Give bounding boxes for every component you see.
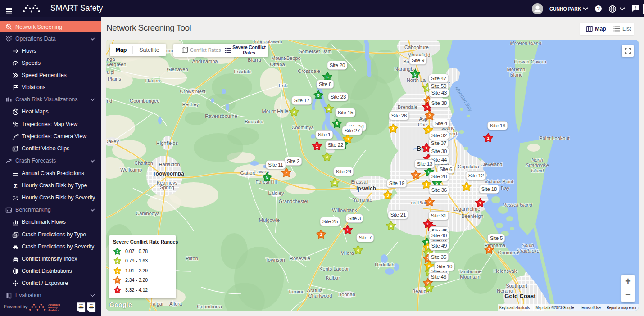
svg-text:Coominya: Coominya [291,125,314,130]
svg-text:2: 2 [488,248,490,252]
svg-text:Cambooya: Cambooya [136,211,160,216]
svg-text:Yamanto: Yamanto [353,197,372,203]
svg-text:Haden: Haden [145,78,160,83]
svg-text:Tarome: Tarome [288,289,305,294]
svg-text:Σ: Σ [14,182,17,189]
svg-text:Kalbar: Kalbar [326,275,340,280]
svg-text:Crossdale: Crossdale [298,68,320,74]
svg-text:5: 5 [117,250,118,253]
svg-text:5: 5 [336,122,338,126]
svg-text:North: North [531,157,543,163]
svg-text:Caboolture: Caboolture [404,45,429,50]
svg-text:Brassall: Brassall [351,179,368,185]
svg-text:Ravensbourne: Ravensbourne [205,113,237,119]
svg-text:Goombungee: Goombungee [130,98,160,104]
svg-text:nd: nd [107,98,112,104]
svg-text:3: 3 [392,126,394,131]
svg-text:Willowbank: Willowbank [332,208,357,213]
svg-text:4: 4 [390,224,392,228]
svg-text:Island: Island [531,168,544,173]
svg-text:Cowan Cowan: Cowan Cowan [514,59,546,64]
svg-text:Mount Beppo: Mount Beppo [271,55,300,61]
svg-text:Undullah: Undullah [375,262,394,267]
svg-text:aws: aws [90,304,94,306]
svg-text:4: 4 [333,181,336,185]
svg-text:Mountain: Mountain [460,274,480,280]
svg-text:Oakey: Oakey [106,139,119,144]
svg-text:Anduramba: Anduramba [192,59,218,64]
svg-text:Victoria Point: Victoria Point [485,179,514,184]
svg-text:Talgai: Talgai [150,301,163,307]
svg-text:1: 1 [479,201,481,205]
svg-text:Pilton: Pilton [186,256,198,261]
svg-text:Highfields: Highfields [156,140,178,146]
svg-text:Stradbroke: Stradbroke [526,163,549,168]
svg-text:Capalaba: Capalaba [458,164,479,169]
svg-text:Point Lookout: Point Lookout [539,135,569,141]
svg-text:1: 1 [487,136,489,140]
svg-text:Allora: Allora [169,301,182,307]
svg-text:Gatton: Gatton [240,170,255,176]
svg-text:Crows Nest: Crows Nest [180,89,206,94]
svg-text:Buaraba: Buaraba [245,119,263,124]
svg-text:3: 3 [465,185,467,189]
svg-text:Charlton: Charlton [134,160,153,166]
svg-text:South: South [522,243,534,248]
svg-text:Milora: Milora [340,250,354,256]
svg-text:Charlwood: Charlwood [308,293,332,298]
svg-text:1: 1 [425,146,427,150]
svg-text:Wellcamp: Wellcamp [120,167,142,172]
svg-text:Gold Coast: Gold Coast [504,293,536,299]
svg-text:Biarra: Biarra [248,57,261,63]
svg-text:4: 4 [357,248,359,253]
svg-text:2: 2 [428,113,431,118]
svg-text:Southport: Southport [506,283,527,289]
svg-text:aws: aws [79,304,83,306]
svg-text:Coomera: Coomera [498,250,518,255]
svg-text:Mount Hallen: Mount Hallen [262,108,291,114]
svg-text:3: 3 [386,193,389,198]
svg-text:Esk: Esk [279,83,287,88]
svg-text:5: 5 [414,72,416,77]
svg-text:Helensvale: Helensvale [494,268,518,274]
svg-text:5: 5 [317,93,319,98]
svg-text:5: 5 [266,175,268,180]
svg-text:1: 1 [117,289,118,292]
svg-text:Rosevale: Rosevale [290,256,310,261]
svg-text:2: 2 [414,173,417,177]
svg-text:Pechey: Pechey [182,102,199,107]
svg-text:Moreton Island: Moreton Island [510,41,542,46]
svg-text:4: 4 [293,110,295,114]
svg-text:5: 5 [326,75,328,79]
svg-text:Russell Island: Russell Island [503,202,533,208]
svg-text:3: 3 [117,269,118,273]
svg-text:Cleveland: Cleveland [481,162,503,167]
svg-text:1: 1 [316,144,318,149]
svg-text:4: 4 [117,259,118,263]
svg-text:3: 3 [427,128,429,132]
svg-text:3: 3 [425,182,427,187]
svg-text:Kents Lagoon: Kents Lagoon [319,266,350,271]
svg-text:2: 2 [285,171,287,175]
svg-text:Harlaxton: Harlaxton [159,162,180,167]
svg-text:Eskdale: Eskdale [234,69,251,74]
svg-text:Glenaven: Glenaven [167,67,188,72]
svg-text:4: 4 [326,155,328,159]
svg-text:1: 1 [426,105,428,109]
svg-text:Stradbroke: Stradbroke [516,248,540,253]
svg-text:Brendale: Brendale [398,104,417,110]
svg-text:4: 4 [327,107,330,111]
svg-text:Moreton: Moreton [507,67,525,72]
svg-text:2: 2 [428,200,431,204]
svg-text:Ottaba: Ottaba [270,62,285,67]
svg-text:Toowoomba: Toowoomba [153,171,184,177]
svg-text:vergreen: vergreen [107,62,126,67]
svg-text:Mulgowie: Mulgowie [259,217,280,223]
svg-text:Goomburra: Goomburra [197,304,222,309]
svg-text:Spring: Spring [160,185,174,190]
svg-text:Ipswich: Ipswich [356,185,376,192]
svg-text:Beenleigh: Beenleigh [462,213,484,219]
svg-text:4: 4 [428,286,430,290]
svg-text:1: 1 [346,228,349,232]
svg-text:Aratula: Aratula [307,288,323,293]
